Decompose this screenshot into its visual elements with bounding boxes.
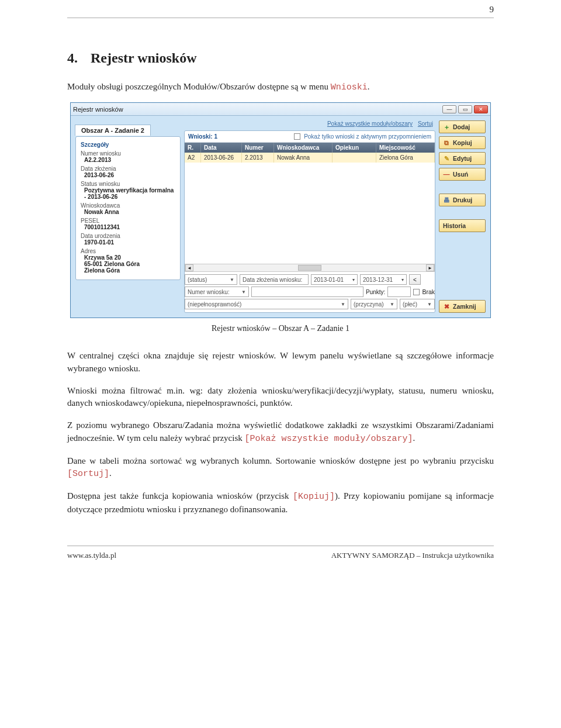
printer-icon: 🖶: [443, 196, 450, 203]
cell-opiekun: [333, 153, 376, 163]
grid-header: R. Data Numer Wnioskodawca Opiekun Miejs…: [185, 143, 435, 153]
filter-plec-text: (płeć): [403, 301, 417, 308]
label-data-urodzenia: Data urodzenia: [81, 233, 175, 239]
filter-punkty-label: Punkty:: [366, 289, 385, 295]
paragraph-5: Dostępna jest także funkcja kopiowania w…: [67, 490, 494, 516]
filter-date-from-text: 2013-01-01: [314, 277, 344, 283]
details-header: Szczegóły: [81, 142, 175, 148]
toolbar-links: Pokaż wszystkie moduły/obszary Sortuj: [184, 120, 435, 127]
value-wnioskodawca: Nowak Anna: [84, 209, 175, 215]
cell-r: A2: [185, 153, 201, 163]
filter-status-combo[interactable]: (status)▼: [185, 274, 237, 285]
value-status: Pozytywna weryfikacja formalna - 2013-06…: [84, 187, 175, 200]
filter-niep-text: (niepełnosprawność): [188, 301, 241, 308]
col-miejscowosc[interactable]: Miejscowość: [376, 143, 435, 153]
link-show-all-modules[interactable]: Pokaż wszystkie moduły/obszary: [327, 120, 413, 127]
horizontal-scrollbar[interactable]: ◄ ►: [185, 264, 435, 272]
intro-text-before: Moduły obsługi poszczególnych Modułów/Ob…: [67, 82, 331, 91]
filter-plec-combo[interactable]: (płeć)▼: [400, 299, 435, 309]
label-status: Status wniosku: [81, 181, 175, 187]
filter-przyczyna-combo[interactable]: (przyczyna)▼: [351, 299, 397, 309]
page-number: 9: [490, 5, 494, 15]
titlebar: Rejestr wniosków — ▭ ✕: [71, 103, 490, 116]
screenshot-caption: Rejestr wniosków – Obszar A – Zadanie 1: [67, 324, 494, 333]
details-panel: Szczegóły Numer wniosku A2.2.2013 Data z…: [75, 136, 181, 280]
maximize-button[interactable]: ▭: [458, 105, 472, 113]
scroll-thumb[interactable]: [298, 265, 321, 271]
cell-numer: 2.2013: [242, 153, 274, 163]
intro-text-after: .: [368, 82, 370, 91]
filter-przyczyna-text: (przyczyna): [354, 301, 384, 308]
copy-icon: ⧉: [443, 139, 450, 146]
data-grid: R. Data Numer Wnioskodawca Opiekun Miejs…: [185, 143, 435, 262]
filter-numer-combo[interactable]: Numer wniosku:▼: [185, 287, 249, 297]
chevron-down-icon: ▼: [230, 277, 234, 282]
historia-button[interactable]: Historia: [439, 219, 486, 232]
label-wnioskodawca: Wnioskodawca: [81, 202, 175, 209]
paragraph-2: Wnioski można filtrować m.in. wg: daty z…: [67, 385, 494, 410]
list-title: Wnioski: 1: [188, 133, 217, 140]
col-opiekun[interactable]: Opiekun: [333, 143, 376, 153]
checkbox-brak-label: Brak: [422, 288, 435, 295]
grid-empty-area: [185, 163, 435, 262]
drukuj-label: Drukuj: [453, 196, 472, 203]
para4-btn: [Sortuj]: [67, 469, 109, 479]
label-data-zlozenia: Data złożenia: [81, 165, 175, 172]
checkbox-label: Pokaż tylko wnioski z aktywnym przypomni…: [304, 133, 431, 140]
chevron-down-icon: ▼: [390, 302, 394, 307]
value-adres-line2: 65-001 Zielona Góra: [84, 261, 175, 267]
paragraph-1: W centralnej części okna znajduje się re…: [67, 350, 494, 375]
cell-data: 2013-06-26: [201, 153, 242, 163]
cell-wnioskodawca: Nowak Anna: [274, 153, 333, 163]
checkbox-active-reminder[interactable]: [294, 133, 300, 140]
scroll-left-icon[interactable]: ◄: [185, 264, 193, 271]
tab-obszar-a[interactable]: Obszar A - Zadanie 2: [75, 125, 151, 136]
historia-label: Historia: [443, 222, 466, 229]
filter-status-text: (status): [188, 277, 207, 283]
para4-a: Dane w tabeli można sortować wg wybranyc…: [67, 456, 494, 465]
kopiuj-button[interactable]: ⧉Kopiuj: [439, 136, 486, 149]
filter-numer-input[interactable]: [251, 287, 363, 297]
window-title: Rejestr wniosków: [73, 106, 441, 113]
table-row[interactable]: A2 2013-06-26 2.2013 Nowak Anna Zielona …: [185, 153, 435, 163]
edytuj-button[interactable]: ✎Edytuj: [439, 152, 486, 165]
value-pesel: 70010112341: [84, 224, 175, 230]
label-adres: Adres: [81, 248, 175, 254]
col-numer[interactable]: Numer: [242, 143, 274, 153]
filter-lt-button[interactable]: <: [409, 274, 421, 285]
col-wnioskodawca[interactable]: Wnioskodawca: [274, 143, 333, 153]
scroll-right-icon[interactable]: ►: [426, 264, 434, 271]
chevron-down-icon: ▾: [401, 277, 404, 282]
col-data[interactable]: Data: [201, 143, 242, 153]
paragraph-4: Dane w tabeli można sortować wg wybranyc…: [67, 455, 494, 481]
minimize-button[interactable]: —: [442, 105, 456, 113]
col-r[interactable]: R.: [185, 143, 201, 153]
minus-icon: —: [443, 171, 450, 178]
zamknij-label: Zamknij: [453, 303, 476, 310]
intro-paragraph: Moduły obsługi poszczególnych Modułów/Ob…: [67, 81, 494, 94]
para4-b: .: [109, 468, 112, 478]
zamknij-button[interactable]: ✖Zamknij: [439, 300, 486, 313]
para5-btn: [Kopiuj]: [293, 492, 335, 502]
close-button[interactable]: ✕: [474, 105, 488, 113]
dodaj-button[interactable]: ＋Dodaj: [439, 120, 486, 133]
cell-miejscowosc: Zielona Góra: [376, 153, 435, 163]
plus-icon: ＋: [443, 123, 450, 130]
close-icon: ✖: [443, 303, 450, 310]
list-panel: Wnioski: 1 Pokaż tylko wnioski z aktywny…: [184, 130, 435, 313]
footer-right: AKTYWNY SAMORZĄD – Instrukcja użytkownik…: [331, 551, 494, 560]
filter-date-label: Data złożenia wniosku:: [240, 274, 309, 285]
filter-niepelnosprawnosc-combo[interactable]: (niepełnosprawność)▼: [185, 299, 348, 309]
label-pesel: PESEL: [81, 218, 175, 224]
value-adres-line1: Krzywa 5a 20: [84, 254, 175, 261]
para3-btn: [Pokaż wszystkie moduły/obszary]: [245, 434, 413, 444]
link-sort[interactable]: Sortuj: [418, 120, 433, 127]
filter-date-from[interactable]: 2013-01-01▾: [311, 274, 358, 285]
filter-date-to[interactable]: 2013-12-31▾: [360, 274, 407, 285]
value-numer-wniosku: A2.2.2013: [84, 157, 175, 163]
filter-punkty-input[interactable]: [387, 287, 411, 297]
usun-button[interactable]: —Usuń: [439, 168, 486, 181]
section-number: 4.: [67, 50, 91, 66]
checkbox-brak[interactable]: [413, 289, 420, 295]
drukuj-button[interactable]: 🖶Drukuj: [439, 194, 486, 206]
